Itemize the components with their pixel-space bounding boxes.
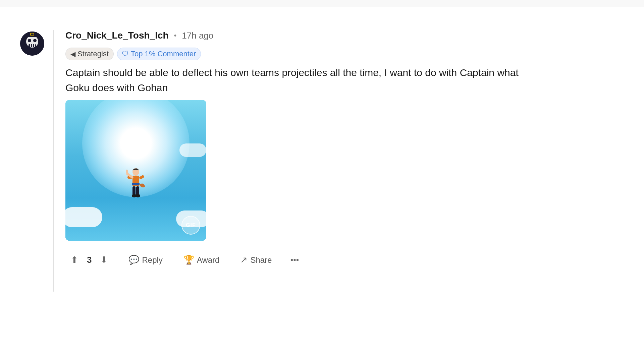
username[interactable]: Cro_Nick_Le_Tosh_Ich bbox=[65, 30, 169, 41]
strategist-icon: ◀ bbox=[70, 50, 75, 58]
comment-text-line1: Captain should be able to deflect his ow… bbox=[65, 67, 519, 78]
award-label: Award bbox=[197, 255, 220, 265]
share-icon: ↗ bbox=[240, 255, 248, 265]
action-bar: ⬆ 3 ⬇ 💬 Reply 🏆 Award bbox=[65, 252, 624, 268]
commenter-label: Top 1% Commenter bbox=[131, 50, 196, 58]
downvote-icon: ⬇ bbox=[100, 255, 108, 265]
gif-clouds-left bbox=[65, 207, 102, 227]
commenter-icon: 🛡 bbox=[122, 50, 129, 58]
dot-separator: • bbox=[174, 31, 177, 40]
upvote-icon: ⬆ bbox=[71, 255, 78, 265]
share-button[interactable]: ↗ Share bbox=[235, 252, 277, 268]
svg-rect-7 bbox=[34, 44, 35, 47]
badge-strategist: ◀ Strategist bbox=[65, 48, 114, 60]
more-button[interactable]: ••• bbox=[287, 253, 302, 267]
gif-character bbox=[124, 168, 148, 209]
upvote-button[interactable]: ⬆ bbox=[65, 252, 84, 268]
badges-row: ◀ Strategist 🛡 Top 1% Commenter bbox=[65, 48, 624, 60]
comment-header: Cro_Nick_Le_Tosh_Ich • 17h ago bbox=[65, 30, 624, 41]
thread-line bbox=[53, 30, 54, 292]
timestamp: 17h ago bbox=[182, 31, 213, 41]
svg-point-3 bbox=[33, 39, 37, 42]
avatar[interactable] bbox=[20, 32, 44, 56]
more-icon: ••• bbox=[290, 255, 299, 265]
comment-container: Cro_Nick_Le_Tosh_Ich • 17h ago ◀ Strateg… bbox=[0, 20, 644, 302]
svg-line-18 bbox=[127, 171, 127, 174]
svg-point-2 bbox=[28, 39, 31, 42]
comment-body: Cro_Nick_Le_Tosh_Ich • 17h ago ◀ Strateg… bbox=[65, 30, 624, 268]
gif-image-container[interactable]: GIF bbox=[65, 100, 206, 241]
reply-label: Reply bbox=[142, 255, 162, 265]
award-button[interactable]: 🏆 Award bbox=[178, 252, 225, 268]
vote-count: 3 bbox=[87, 255, 92, 265]
svg-point-22 bbox=[136, 194, 140, 197]
reply-button[interactable]: 💬 Reply bbox=[123, 252, 168, 268]
page: Cro_Nick_Le_Tosh_Ich • 17h ago ◀ Strateg… bbox=[0, 7, 644, 362]
downvote-button[interactable]: ⬇ bbox=[95, 252, 113, 268]
gif-visual: GIF bbox=[65, 100, 206, 241]
share-label: Share bbox=[250, 255, 272, 265]
svg-rect-14 bbox=[132, 183, 140, 185]
gif-badge: GIF bbox=[181, 216, 200, 235]
award-icon: 🏆 bbox=[183, 255, 194, 265]
comment-text-line2: Goku does with Gohan bbox=[65, 82, 168, 93]
svg-rect-5 bbox=[30, 44, 31, 47]
svg-rect-16 bbox=[139, 175, 145, 180]
strategist-label: Strategist bbox=[77, 50, 109, 58]
svg-rect-6 bbox=[32, 44, 33, 47]
vote-group: ⬆ 3 ⬇ bbox=[65, 252, 113, 268]
gif-badge-label: GIF bbox=[186, 222, 196, 228]
gif-clouds-top-right bbox=[179, 143, 206, 157]
comment-text: Captain should be able to deflect his ow… bbox=[65, 65, 535, 95]
svg-rect-11 bbox=[31, 34, 34, 35]
badge-commenter: 🛡 Top 1% Commenter bbox=[117, 48, 201, 60]
reply-icon: 💬 bbox=[128, 255, 139, 265]
